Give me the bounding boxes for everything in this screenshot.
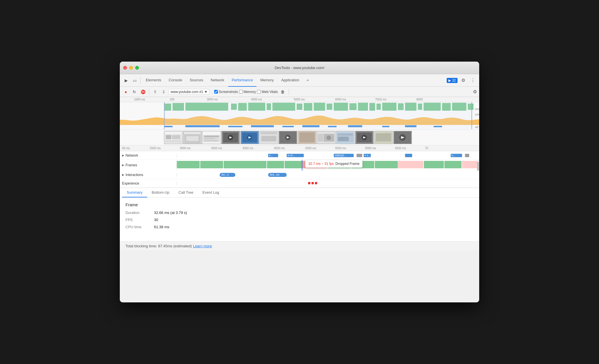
stop-button[interactable]: ⛔ [139, 88, 147, 96]
maximize-button[interactable] [135, 66, 139, 70]
svg-rect-87 [376, 134, 391, 141]
memory-checkbox[interactable] [239, 90, 243, 94]
cpu-chart: CPU [120, 111, 479, 125]
tab-more[interactable]: » [303, 74, 312, 87]
frames-track-content: 32.7 ms ~ 31 fps Dropped Frame [177, 160, 479, 171]
ruler-1000: 1000 ms [134, 98, 145, 101]
clear-button[interactable]: 🗑 [279, 88, 286, 96]
interactions-expand-icon[interactable]: ▶ [122, 173, 124, 176]
svg-rect-38 [434, 126, 442, 127]
ruler-4000: 4000 ms [251, 98, 262, 101]
svg-rect-41 [165, 132, 181, 134]
ruler-detail-5500: 5500 ms [335, 147, 346, 150]
screenshots-checkbox[interactable] [214, 90, 218, 94]
screenshot-6 [279, 131, 297, 144]
screenshot-11 [374, 131, 393, 144]
network-track-label[interactable]: ▶ Network [120, 153, 177, 157]
console-badge[interactable]: ▶ 32 [447, 78, 458, 83]
console-count: 32 [452, 78, 456, 82]
tab-call-tree[interactable]: Call Tree [174, 188, 198, 197]
screenshot-5 [260, 131, 278, 144]
record-button[interactable]: ● [122, 88, 129, 96]
svg-rect-19 [405, 103, 416, 111]
frames-expand-icon[interactable]: ▶ [122, 163, 124, 167]
net-chart: NET [120, 124, 479, 129]
tab-event-log[interactable]: Event Log [198, 188, 224, 197]
ruler-detail-6500: 6500 ms [395, 147, 406, 150]
interactions-track-label[interactable]: ▶ Interactions [120, 173, 177, 177]
memory-checkbox-group[interactable]: Memory [239, 90, 256, 94]
experience-track: Experience [120, 179, 479, 188]
ruler-detail-4000: 4000 ms [242, 147, 253, 150]
screenshot-8 [317, 131, 335, 144]
ruler-6000: 6000 ms [335, 98, 346, 101]
timeline-scrollbar[interactable] [477, 160, 479, 171]
svg-rect-8 [297, 104, 302, 110]
duration-row: Duration 32.66 ms (at 3.79 s) [126, 211, 473, 215]
capture-settings-icon[interactable]: ⚙ [473, 89, 477, 94]
ruler-detail-3500: 3500 ms [211, 147, 222, 150]
settings-icon[interactable]: ⚙ [459, 76, 467, 84]
upload-button[interactable]: ⇧ [151, 88, 159, 96]
ruler-detail-5000: 5000 ms [305, 147, 316, 150]
dropdown-arrow-icon: ▼ [204, 90, 208, 94]
interactions-track: ▶ Interactions An...n Ani...on [120, 171, 479, 179]
toolbar-right: ⚙ [473, 89, 477, 94]
webvitals-checkbox-group[interactable]: Web Vitals [257, 90, 278, 94]
tab-application[interactable]: Application [278, 74, 303, 87]
screenshots-checkbox-group[interactable]: Screenshots [214, 90, 238, 94]
svg-rect-13 [349, 103, 357, 110]
exp-dot-0 [308, 182, 310, 184]
inspector-icon[interactable]: ▶ [122, 76, 130, 84]
svg-rect-17 [382, 103, 396, 111]
fps-val: 30 [154, 218, 158, 222]
ruler-detail-4500: 4500 ms [274, 147, 285, 150]
svg-rect-48 [186, 136, 199, 141]
close-button[interactable] [123, 66, 127, 70]
svg-rect-74 [318, 134, 323, 142]
learn-more-link[interactable]: Learn more [193, 244, 212, 248]
svg-rect-63 [260, 132, 277, 135]
frame-pink [398, 161, 423, 168]
interactions-track-content: An...n Ani...on [177, 171, 479, 179]
svg-rect-0 [164, 104, 171, 111]
frame-selection-marker [302, 160, 302, 171]
tab-memory[interactable]: Memory [257, 74, 277, 87]
ruler-detail-2500: 2500 ms [150, 147, 161, 150]
ruler-8000: 8000 [416, 98, 423, 101]
tab-performance[interactable]: Performance [228, 74, 256, 87]
tab-sources[interactable]: Sources [186, 74, 207, 87]
svg-rect-34 [328, 126, 337, 127]
svg-rect-51 [204, 136, 219, 137]
bottom-tabs: Summary Bottom-Up Call Tree Event Log [120, 188, 479, 198]
reload-button[interactable]: ↻ [131, 88, 138, 96]
url-selector[interactable]: www.youtube.com #1 ▼ [169, 89, 210, 95]
download-button[interactable]: ⇩ [160, 88, 167, 96]
ruler-3000: 3000 ms [207, 98, 218, 101]
svg-rect-52 [204, 138, 215, 139]
webvitals-checkbox[interactable] [257, 90, 261, 94]
frames-track-label[interactable]: ▶ Frames [120, 160, 177, 171]
svg-rect-5 [248, 103, 265, 111]
toolbar-separator [149, 89, 149, 95]
exp-dot-1 [311, 182, 314, 184]
screenshot-12 [393, 131, 412, 144]
svg-text:CPU: CPU [475, 113, 479, 116]
svg-text:NET: NET [475, 126, 479, 129]
tab-elements[interactable]: Elements [142, 74, 165, 87]
svg-rect-32 [282, 126, 294, 127]
minimize-button[interactable] [129, 66, 133, 70]
tab-network[interactable]: Network [207, 74, 228, 87]
network-expand-icon[interactable]: ▶ [122, 154, 124, 157]
scrollbar-thumb[interactable] [477, 162, 479, 170]
more-options-icon[interactable]: ⋮ [469, 76, 477, 84]
net-bar-6: v... [451, 154, 462, 157]
tab-summary[interactable]: Summary [122, 188, 147, 197]
tab-console[interactable]: Console [165, 74, 186, 87]
net-bar-7 [465, 154, 469, 157]
interactions-label: Interactions [126, 173, 143, 177]
device-icon[interactable]: ▭ [131, 76, 139, 84]
svg-rect-16 [377, 104, 381, 110]
svg-rect-6 [267, 103, 271, 110]
tab-bottom-up[interactable]: Bottom-Up [147, 188, 174, 197]
